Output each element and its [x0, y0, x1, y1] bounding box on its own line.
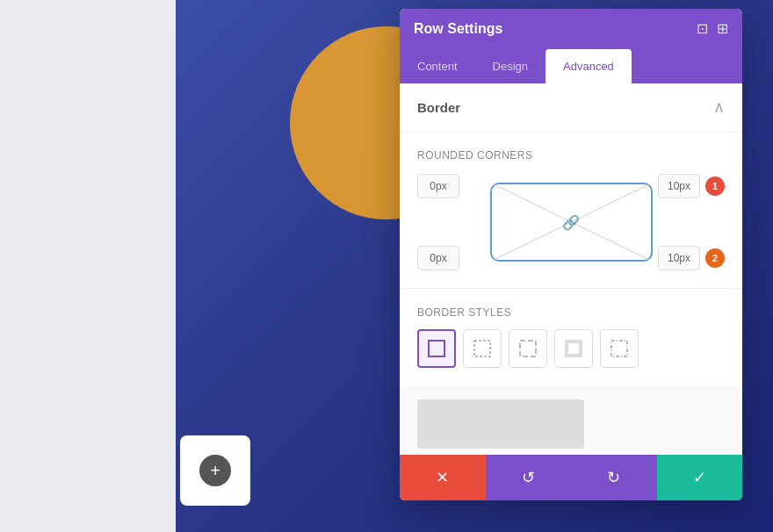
save-button[interactable]: ✓: [657, 455, 743, 500]
tab-advanced[interactable]: Advanced: [545, 49, 632, 83]
cancel-button[interactable]: ✕: [400, 455, 486, 500]
bottom-left-corner-wrapper: [417, 246, 459, 270]
panel-header: Row Settings ⊡ ⊞: [400, 9, 742, 49]
border-section-header: Border ∧: [400, 83, 742, 132]
border-style-dashed-sm[interactable]: [463, 329, 502, 368]
border-style-mixed[interactable]: [600, 329, 639, 368]
badge-1: 1: [705, 176, 725, 196]
redo-button[interactable]: ↻: [571, 455, 657, 500]
svg-rect-5: [566, 341, 582, 356]
border-style-solid[interactable]: [417, 329, 456, 368]
row-settings-panel: Row Settings ⊡ ⊞ Content Design Advanced…: [400, 9, 742, 500]
link-icon[interactable]: 🔗: [562, 214, 580, 231]
border-section: Border ∧ Rounded Corners: [400, 83, 742, 455]
rounded-corners-label: Rounded Corners: [417, 149, 725, 162]
svg-rect-4: [520, 341, 536, 356]
panel-tabs: Content Design Advanced: [400, 49, 742, 83]
undo-button[interactable]: ↺: [486, 455, 572, 500]
action-bar: ✕ ↺ ↻ ✓: [400, 455, 742, 500]
top-right-corner-wrapper: 1: [658, 174, 725, 198]
top-right-corner-input[interactable]: [658, 174, 700, 198]
preview-box-wrapper: 🔗: [477, 174, 665, 270]
columns-icon[interactable]: ⊞: [717, 22, 728, 36]
panel-header-icons: ⊡ ⊞: [697, 22, 728, 36]
border-style-dashed-lg[interactable]: [509, 329, 547, 368]
border-styles-label: Border Styles: [417, 306, 725, 319]
border-style-double[interactable]: [554, 329, 593, 368]
corners-grid: 🔗 1 2: [417, 174, 725, 270]
panel-title: Row Settings: [414, 21, 502, 37]
top-left-corner-wrapper: [417, 174, 459, 198]
border-styles-area: Border Styles: [400, 289, 742, 385]
border-section-title: Border: [417, 100, 460, 115]
cancel-icon: ✕: [436, 468, 449, 487]
svg-rect-6: [567, 342, 580, 355]
bottom-left-corner-input[interactable]: [417, 246, 459, 270]
bottom-right-corner-input[interactable]: [658, 246, 700, 270]
color-preview-area: [400, 385, 742, 455]
section-collapse-icon[interactable]: ∧: [713, 97, 725, 117]
badge-2: 2: [705, 248, 725, 268]
rounded-corners-area: Rounded Corners 🔗: [400, 132, 742, 289]
color-swatch: [417, 399, 584, 449]
add-element-button[interactable]: +: [199, 455, 231, 486]
bottom-right-corner-wrapper: 2: [658, 246, 725, 270]
save-icon: ✓: [693, 468, 706, 487]
svg-rect-3: [474, 341, 490, 356]
undo-icon: ↺: [522, 468, 535, 487]
border-style-options: [417, 329, 725, 368]
svg-rect-2: [429, 341, 444, 356]
plus-icon: +: [210, 461, 220, 481]
panel-body: Border ∧ Rounded Corners: [400, 83, 742, 455]
tab-design[interactable]: Design: [475, 49, 545, 83]
border-preview-box: 🔗: [490, 183, 653, 262]
top-left-corner-input[interactable]: [417, 174, 459, 198]
svg-rect-7: [611, 341, 627, 356]
add-element-card: +: [180, 435, 250, 506]
redo-icon: ↻: [607, 468, 620, 487]
fullscreen-icon[interactable]: ⊡: [697, 22, 708, 36]
tab-content[interactable]: Content: [400, 49, 475, 83]
